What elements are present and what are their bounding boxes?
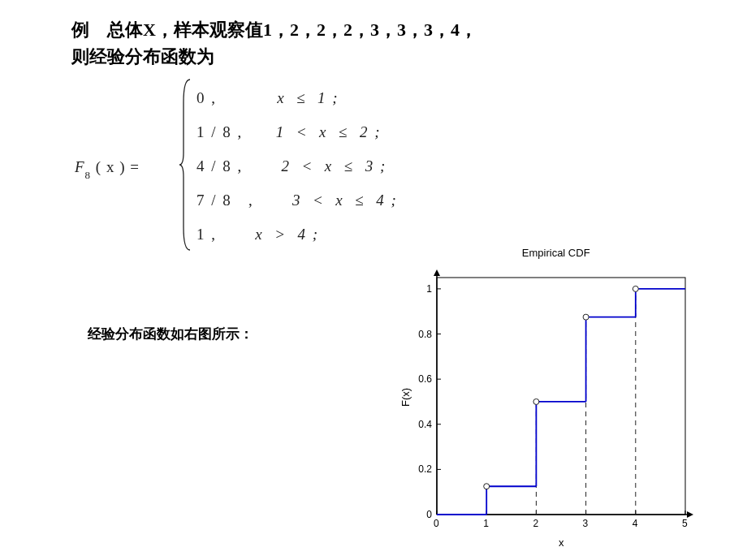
y-tick-label: 1 [414,283,432,295]
x-tick-label: 1 [483,518,489,529]
svg-rect-0 [437,278,685,515]
piece-row: 7 / 8 , 3 < x ≤ 4 ; [196,183,398,218]
x-tick-label: 5 [682,518,688,529]
empirical-cdf-chart: Empirical CDF F(x) x 01234500.20.40.60.8… [380,253,721,545]
y-tick-label: 0.6 [414,373,432,385]
y-tick-label: 0 [414,509,432,520]
piece-row: 4 / 8 , 2 < x ≤ 3 ; [196,149,398,183]
svg-point-32 [633,286,638,291]
svg-point-29 [484,484,490,489]
equation-lhs: F8 ( x ) = [75,158,140,179]
left-brace-icon [179,78,193,252]
piece-row: 1 / 8 , 1 < x ≤ 2 ; [196,115,398,149]
y-tick-label: 0.8 [414,329,432,340]
y-tick-label: 0.4 [414,419,432,430]
svg-point-31 [583,314,589,320]
x-axis-label: x [559,536,564,549]
plot-area [429,269,697,529]
piece-row: 0 , x ≤ 1 ; [196,81,398,115]
y-tick-label: 0.2 [414,463,432,475]
piecewise-rows: 0 , x ≤ 1 ;1 / 8 , 1 < x ≤ 2 ;4 / 8 , 2 … [196,81,398,252]
chart-title: Empirical CDF [522,247,590,259]
chart-caption: 经验分布函数如右图所示： [88,325,253,343]
example-title: 例 总体X，样本观察值1，2，2，2，3，3，3，4， 则经验分布函数为 [71,16,747,70]
piece-row: 1 , x > 4 ; [196,218,398,252]
svg-point-30 [533,398,539,404]
svg-marker-16 [687,511,693,518]
svg-marker-14 [434,269,440,276]
x-tick-label: 3 [583,518,589,529]
x-tick-label: 2 [533,518,538,529]
x-tick-label: 0 [434,518,439,529]
x-tick-label: 4 [633,518,638,529]
y-axis-label: F(x) [399,388,412,407]
